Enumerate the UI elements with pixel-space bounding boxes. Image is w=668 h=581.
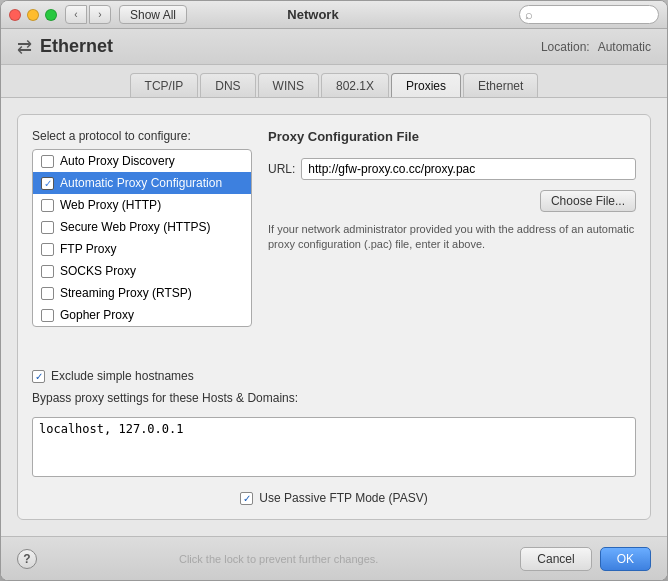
passive-ftp-label: Use Passive FTP Mode (PASV)	[259, 491, 427, 505]
bottom-options: ✓ Exclude simple hostnames Bypass proxy …	[32, 369, 636, 505]
window-title: Network	[107, 7, 519, 22]
url-label: URL:	[268, 162, 295, 176]
tab-ethernet[interactable]: Ethernet	[463, 73, 538, 97]
search-input[interactable]	[519, 5, 659, 24]
secure-proxy-checkbox[interactable]	[41, 221, 54, 234]
content-area: Select a protocol to configure: Auto Pro…	[1, 98, 667, 536]
protocol-item-auto-config[interactable]: ✓ Automatic Proxy Configuration	[33, 172, 251, 194]
socks-checkbox[interactable]	[41, 265, 54, 278]
tab-dns[interactable]: DNS	[200, 73, 255, 97]
protocol-panel: Select a protocol to configure: Auto Pro…	[32, 129, 252, 359]
exclude-hostnames-row: ✓ Exclude simple hostnames	[32, 369, 636, 383]
auto-config-label: Automatic Proxy Configuration	[60, 176, 222, 190]
maximize-button[interactable]	[45, 9, 57, 21]
two-col-layout: Select a protocol to configure: Auto Pro…	[32, 129, 636, 359]
secure-proxy-label: Secure Web Proxy (HTTPS)	[60, 220, 210, 234]
passive-ftp-checkbox[interactable]: ✓	[240, 492, 253, 505]
search-wrapper	[519, 5, 659, 24]
gopher-checkbox[interactable]	[41, 309, 54, 322]
location-value: Automatic	[598, 40, 651, 54]
protocol-item-auto-proxy[interactable]: Auto Proxy Discovery	[33, 150, 251, 172]
exclude-hostnames-checkbox[interactable]: ✓	[32, 370, 45, 383]
auto-proxy-label: Auto Proxy Discovery	[60, 154, 175, 168]
socks-label: SOCKS Proxy	[60, 264, 136, 278]
protocol-item-secure-proxy[interactable]: Secure Web Proxy (HTTPS)	[33, 216, 251, 238]
config-description: If your network administrator provided y…	[268, 222, 636, 253]
config-panel: Proxy Configuration File URL: Choose Fil…	[268, 129, 636, 359]
auto-config-checkbox[interactable]: ✓	[41, 177, 54, 190]
close-button[interactable]	[9, 9, 21, 21]
streaming-checkbox[interactable]	[41, 287, 54, 300]
footer: ? Click the lock to prevent further chan…	[1, 536, 667, 580]
web-proxy-checkbox[interactable]	[41, 199, 54, 212]
protocol-item-web-proxy[interactable]: Web Proxy (HTTP)	[33, 194, 251, 216]
ftp-checkbox[interactable]	[41, 243, 54, 256]
url-row: URL:	[268, 158, 636, 180]
gopher-label: Gopher Proxy	[60, 308, 134, 322]
streaming-label: Streaming Proxy (RTSP)	[60, 286, 192, 300]
tab-proxies[interactable]: Proxies	[391, 73, 461, 97]
minimize-button[interactable]	[27, 9, 39, 21]
protocol-item-gopher[interactable]: Gopher Proxy	[33, 304, 251, 326]
lock-text: Click the lock to prevent further change…	[37, 553, 520, 565]
web-proxy-label: Web Proxy (HTTP)	[60, 198, 161, 212]
ok-button[interactable]: OK	[600, 547, 651, 571]
nav-buttons: ‹ ›	[65, 5, 111, 24]
location-bar: ⇄ Ethernet Location: Automatic	[1, 29, 667, 65]
config-title: Proxy Configuration File	[268, 129, 636, 144]
tab-tcpip[interactable]: TCP/IP	[130, 73, 199, 97]
tab-8021x[interactable]: 802.1X	[321, 73, 389, 97]
protocol-section-label: Select a protocol to configure:	[32, 129, 252, 143]
back-button[interactable]: ‹	[65, 5, 87, 24]
window: ‹ › Show All Network ⇄ Ethernet Location…	[0, 0, 668, 581]
tabs-bar: TCP/IP DNS WINS 802.1X Proxies Ethernet	[1, 65, 667, 98]
bypass-label: Bypass proxy settings for these Hosts & …	[32, 391, 636, 405]
auto-proxy-checkbox[interactable]	[41, 155, 54, 168]
tab-wins[interactable]: WINS	[258, 73, 319, 97]
traffic-lights	[9, 9, 57, 21]
protocol-item-socks[interactable]: SOCKS Proxy	[33, 260, 251, 282]
ftp-label: FTP Proxy	[60, 242, 116, 256]
protocol-item-streaming[interactable]: Streaming Proxy (RTSP)	[33, 282, 251, 304]
protocol-item-ftp[interactable]: FTP Proxy	[33, 238, 251, 260]
help-button[interactable]: ?	[17, 549, 37, 569]
ethernet-icon: ⇄	[17, 36, 32, 58]
location-label: Ethernet	[40, 36, 533, 57]
passive-ftp-row: ✓ Use Passive FTP Mode (PASV)	[32, 491, 636, 505]
choose-file-button[interactable]: Choose File...	[540, 190, 636, 212]
cancel-button[interactable]: Cancel	[520, 547, 591, 571]
footer-buttons: Cancel OK	[520, 547, 651, 571]
protocol-list: Auto Proxy Discovery ✓ Automatic Proxy C…	[32, 149, 252, 327]
location-text: Location:	[541, 40, 590, 54]
bypass-textarea[interactable]: localhost, 127.0.0.1	[32, 417, 636, 477]
url-input[interactable]	[301, 158, 636, 180]
main-panel: Select a protocol to configure: Auto Pro…	[17, 114, 651, 520]
titlebar: ‹ › Show All Network	[1, 1, 667, 29]
exclude-hostnames-label: Exclude simple hostnames	[51, 369, 194, 383]
